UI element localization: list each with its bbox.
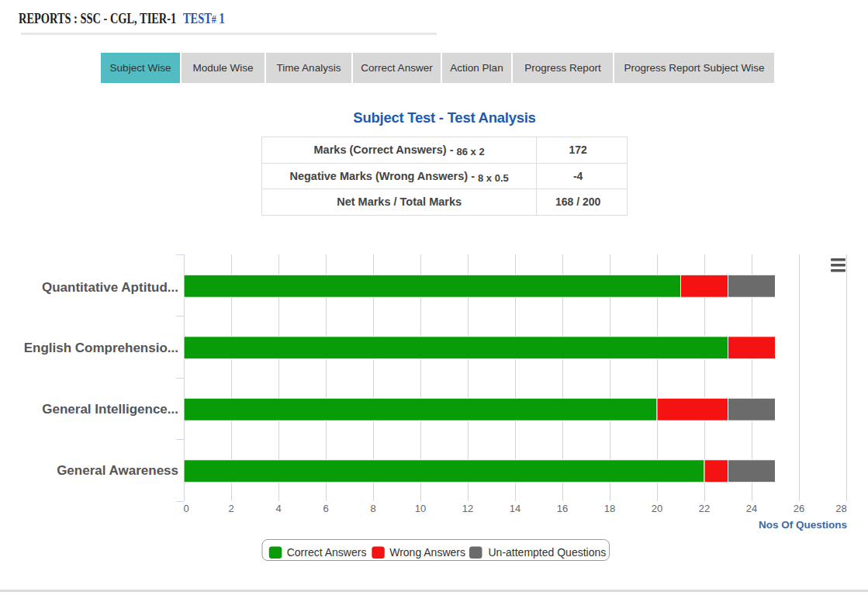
svg-text:Quantitative Aptitud...: Quantitative Aptitud... — [42, 280, 178, 295]
svg-text:English Comprehensio...: English Comprehensio... — [24, 341, 178, 355]
svg-text:18: 18 — [604, 503, 615, 514]
svg-text:6: 6 — [323, 503, 328, 514]
svg-text:10: 10 — [415, 503, 426, 514]
svg-text:General Intelligence...: General Intelligence... — [42, 402, 178, 417]
svg-text:Wrong Answers: Wrong Answers — [389, 546, 465, 559]
svg-text:12: 12 — [462, 503, 473, 514]
svg-text:Nos Of Questions: Nos Of Questions — [759, 519, 847, 531]
svg-text:2: 2 — [228, 503, 233, 514]
svg-text:General Awareness: General Awareness — [57, 463, 178, 478]
svg-text:4: 4 — [275, 503, 281, 514]
svg-text:26: 26 — [794, 503, 804, 514]
svg-text:20: 20 — [652, 503, 662, 514]
svg-text:28: 28 — [835, 503, 846, 514]
svg-text:24: 24 — [746, 503, 757, 514]
svg-text:14: 14 — [510, 503, 520, 514]
svg-text:22: 22 — [699, 503, 710, 514]
svg-text:16: 16 — [557, 503, 568, 514]
svg-text:Correct Answers: Correct Answers — [287, 546, 367, 559]
svg-text:0: 0 — [183, 503, 188, 514]
svg-text:Un-attempted Questions: Un-attempted Questions — [489, 546, 607, 559]
svg-text:8: 8 — [370, 503, 375, 514]
